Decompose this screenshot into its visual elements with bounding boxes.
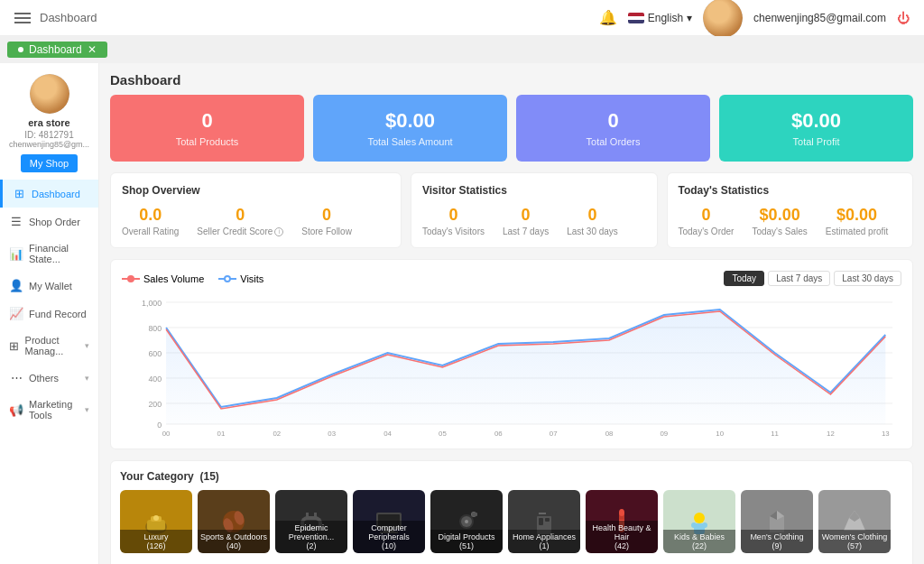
last-30days-label: Last 30 days (567, 227, 618, 236)
sidebar-item-others[interactable]: ⋯ Others ▾ (0, 364, 98, 392)
language-label: English (648, 12, 683, 24)
svg-rect-50 (539, 513, 546, 514)
my-shop-button[interactable]: My Shop (21, 154, 78, 172)
digital-label: Digital Products(51) (430, 530, 503, 553)
logout-icon[interactable]: ⏻ (897, 11, 910, 25)
category-kids[interactable]: Kids & Babies(22) (663, 490, 735, 553)
category-epidemic[interactable]: Epidemic Prevention...(2) (275, 490, 347, 553)
sidebar-label-shop-order: Shop Order (29, 217, 80, 227)
shop-order-icon: ☰ (9, 215, 23, 228)
header-avatar (703, 0, 743, 38)
svg-point-57 (702, 522, 707, 528)
svg-point-53 (619, 509, 624, 516)
estimated-profit-label: Estimated profit (826, 227, 888, 236)
sidebar-item-marketing[interactable]: 📢 Marketing Tools ▾ (0, 392, 98, 428)
product-arrow-icon: ▾ (85, 341, 89, 350)
sidebar-label-wallet: My Wallet (29, 281, 72, 291)
category-digital[interactable]: Digital Products(51) (430, 490, 503, 553)
sidebar-item-product[interactable]: ⊞ Product Manag... ▾ (0, 328, 98, 364)
svg-rect-48 (539, 518, 543, 525)
category-health[interactable]: Health Beauty & Hair(42) (586, 490, 658, 553)
total-products-card: 0 Total Products (110, 95, 304, 162)
sidebar-label-fund: Fund Record (29, 309, 87, 319)
category-luxury[interactable]: Luxury(126) (120, 490, 192, 553)
visits-legend-label: Visits (240, 273, 263, 284)
product-icon: ⊞ (9, 339, 20, 353)
total-products-value: 0 (121, 109, 293, 133)
tab-close-icon[interactable]: ✕ (88, 43, 97, 56)
svg-text:200: 200 (148, 400, 162, 409)
todays-visitors-stat: 0 Today's Visitors (422, 206, 485, 236)
last-7days-label: Last 7 days (503, 227, 549, 236)
notification-bell-icon[interactable]: 🔔 (599, 9, 617, 26)
info-icon: i (274, 227, 283, 236)
store-name: era store (28, 117, 69, 128)
mens-label: Men's Clothing(9) (741, 530, 813, 553)
sidebar-label-marketing: Marketing Tools (29, 399, 79, 421)
financial-icon: 📊 (9, 247, 23, 261)
categories-scroll[interactable]: Luxury(126) Sports & Outdoors(40) Epidem… (120, 490, 903, 557)
todays-order-stat: 0 Today's Order (679, 206, 735, 236)
category-mens[interactable]: Men's Clothing(9) (741, 490, 813, 553)
top-header: Dashboard 🔔 English ▾ chenwenjing85@gmai… (0, 0, 924, 36)
store-follow-value: 0 (301, 206, 352, 225)
svg-point-56 (691, 522, 697, 528)
total-profit-value: $0.00 (730, 109, 902, 133)
overall-rating-label: Overall Rating (122, 227, 179, 236)
store-follow-label: Store Follow (301, 227, 352, 236)
svg-rect-46 (472, 513, 477, 516)
svg-point-44 (465, 520, 468, 523)
wallet-icon: 👤 (9, 279, 23, 292)
svg-text:01: 01 (217, 430, 226, 438)
sidebar-item-dashboard[interactable]: ⊞ Dashboard (0, 180, 98, 208)
language-selector[interactable]: English ▾ (628, 12, 692, 24)
svg-rect-49 (545, 518, 550, 522)
avatar-image (30, 74, 69, 114)
sidebar: era store ID: 4812791 chenwenjing85@gm..… (0, 63, 99, 564)
tab-dot (18, 47, 23, 52)
categories-count: (15) (199, 470, 218, 483)
sidebar-item-shop-order[interactable]: ☰ Shop Order (0, 208, 98, 236)
today-btn[interactable]: Today (724, 271, 764, 286)
svg-text:09: 09 (661, 430, 669, 438)
visitor-stats-panel: Visitor Statistics 0 Today's Visitors 0 … (411, 172, 658, 248)
svg-text:400: 400 (148, 374, 162, 384)
others-icon: ⋯ (9, 371, 23, 384)
kids-label: Kids & Babies(22) (663, 530, 735, 553)
today-stats-values: 0 Today's Order $0.00 Today's Sales $0.0… (679, 206, 902, 236)
home-label: Home Appliances(1) (508, 530, 580, 553)
last-30days-btn[interactable]: Last 30 days (834, 271, 901, 286)
today-stats-panel: Today's Statistics 0 Today's Order $0.00… (667, 172, 914, 248)
last-7days-btn[interactable]: Last 7 days (768, 271, 830, 286)
dashboard-tab[interactable]: Dashboard ✕ (7, 42, 107, 58)
sidebar-item-financial[interactable]: 📊 Financial State... (0, 236, 98, 272)
category-home[interactable]: Home Appliances(1) (508, 490, 580, 553)
epidemic-label: Epidemic Prevention...(2) (275, 521, 347, 553)
chart-container: Sales Volume Visits Today Last 7 days La… (110, 259, 913, 449)
svg-text:10: 10 (716, 430, 724, 438)
visitor-stats-title: Visitor Statistics (422, 184, 646, 197)
category-computer[interactable]: Computer Peripherals(10) (353, 490, 425, 553)
svg-text:00: 00 (162, 430, 171, 438)
chart-svg: 1,000 800 600 400 200 0 00 01 02 (122, 293, 901, 438)
todays-sales-stat: $0.00 Today's Sales (752, 206, 807, 236)
svg-marker-12 (166, 310, 885, 424)
seller-credit-stat: 0 Seller Credit Score i (197, 206, 283, 236)
lang-chevron-icon: ▾ (687, 12, 692, 24)
svg-rect-36 (306, 513, 309, 520)
category-womens[interactable]: Women's Clothing(57) (818, 490, 891, 553)
svg-text:0: 0 (157, 421, 162, 430)
hamburger-menu[interactable] (14, 13, 31, 23)
todays-order-label: Today's Order (679, 227, 735, 236)
sidebar-item-wallet[interactable]: 👤 My Wallet (0, 272, 98, 300)
category-sports[interactable]: Sports & Outdoors(40) (198, 490, 270, 553)
sidebar-label-others: Others (29, 373, 59, 384)
shop-overview-panel: Shop Overview 0.0 Overall Rating 0 Selle… (110, 172, 402, 248)
total-orders-card: 0 Total Orders (516, 95, 710, 162)
todays-sales-label: Today's Sales (752, 227, 807, 236)
sidebar-label-dashboard: Dashboard (32, 189, 80, 199)
svg-text:04: 04 (383, 430, 392, 438)
total-profit-card: $0.00 Total Profit (719, 95, 913, 162)
sidebar-item-fund[interactable]: 📈 Fund Record (0, 300, 98, 328)
svg-text:03: 03 (328, 430, 336, 438)
